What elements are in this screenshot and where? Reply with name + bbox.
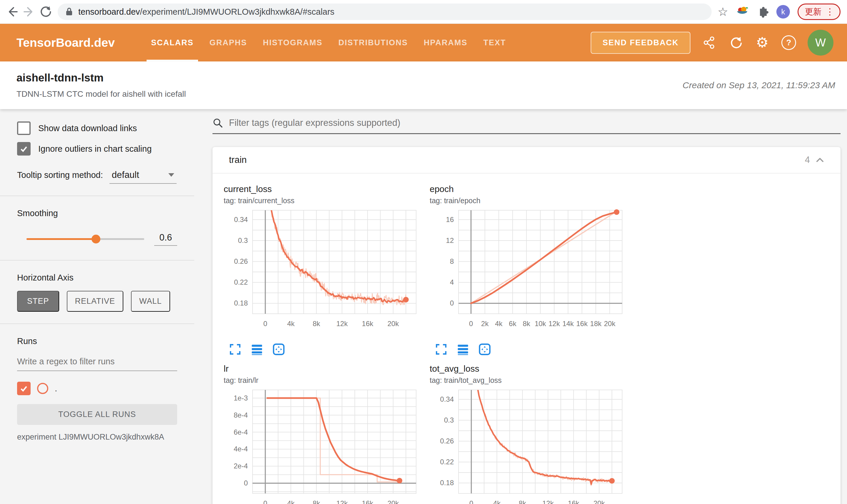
send-feedback-button[interactable]: SEND FEEDBACK	[591, 32, 690, 54]
browser-toolbar: tensorboard.dev/experiment/LJI9MWUORLOw3…	[0, 0, 847, 24]
chrome-update-button[interactable]: 更新 ⋮	[798, 3, 841, 20]
svg-text:12k: 12k	[549, 320, 560, 328]
svg-text:4k: 4k	[495, 320, 503, 328]
experiment-id-line: experiment LJI9MWUORLOw3jkdhxwk8A	[17, 433, 177, 442]
nav-tabs: SCALARS GRAPHS HISTOGRAMS DISTRIBUTIONS …	[143, 24, 514, 61]
show-download-links-checkbox[interactable]	[17, 122, 31, 135]
svg-text:14k: 14k	[563, 320, 574, 328]
filter-tags-input[interactable]	[228, 117, 841, 128]
scalar-chart-epoch: epoch tag: train/epoch 048121602k4k6k8k1…	[430, 184, 636, 356]
svg-text:0.34: 0.34	[234, 216, 248, 223]
scalar-chart-current-loss: current_loss tag: train/current_loss 0.1…	[224, 184, 430, 356]
smoothing-slider-handle[interactable]	[91, 235, 100, 244]
ignore-outliers-checkbox[interactable]	[17, 142, 31, 156]
svg-text:16k: 16k	[576, 320, 588, 328]
svg-text:8e-4: 8e-4	[234, 411, 248, 419]
tab-graphs[interactable]: GRAPHS	[202, 24, 255, 61]
ignore-outliers-row[interactable]: Ignore outliers in chart scaling	[17, 142, 177, 156]
tooltip-sorting-label: Tooltip sorting method:	[17, 170, 103, 180]
horizontal-axis-modes: STEP RELATIVE WALL	[17, 291, 177, 312]
chart-title: current_loss	[224, 184, 430, 194]
expand-chart-icon[interactable]	[434, 343, 448, 356]
svg-text:20k: 20k	[387, 499, 399, 504]
tab-text[interactable]: TEXT	[475, 24, 514, 61]
run-color-swatch	[37, 383, 48, 394]
tab-scalars[interactable]: SCALARS	[143, 24, 202, 61]
axis-mode-wall[interactable]: WALL	[131, 291, 170, 312]
svg-text:0.22: 0.22	[234, 278, 248, 286]
chevron-up-icon[interactable]	[816, 157, 824, 163]
bookmark-star-icon[interactable]: ☆	[718, 6, 728, 18]
tab-hparams[interactable]: HPARAMS	[416, 24, 476, 61]
chart-count: 4	[805, 155, 810, 165]
svg-text:8k: 8k	[523, 320, 530, 328]
help-icon[interactable]: ?	[781, 35, 796, 50]
smoothing-label: Smoothing	[17, 209, 177, 218]
svg-text:1e-3: 1e-3	[234, 394, 248, 402]
app-logo[interactable]: TensorBoard.dev	[0, 24, 115, 61]
toggle-all-runs-button[interactable]: TOGGLE ALL RUNS	[17, 404, 177, 425]
main-panel: train 4 current_loss tag: train/current_…	[194, 109, 847, 504]
account-avatar[interactable]: W	[808, 30, 833, 56]
tab-histograms[interactable]: HISTOGRAMS	[255, 24, 330, 61]
filter-tags-row	[212, 117, 841, 134]
svg-text:8k: 8k	[313, 320, 321, 328]
svg-text:4k: 4k	[287, 320, 295, 328]
axis-mode-step[interactable]: STEP	[17, 291, 59, 312]
url-text: tensorboard.dev/experiment/LJI9MWUORLOw3…	[78, 7, 334, 17]
axis-mode-relative[interactable]: RELATIVE	[67, 291, 124, 312]
reload-icon[interactable]	[37, 3, 54, 20]
show-download-links-row[interactable]: Show data download links	[17, 122, 177, 135]
address-bar[interactable]: tensorboard.dev/experiment/LJI9MWUORLOw3…	[58, 3, 712, 20]
horizontal-axis-label: Horizontal Axis	[17, 273, 177, 283]
fruit-extension-icon[interactable]	[736, 5, 749, 18]
refresh-icon[interactable]	[728, 35, 743, 50]
url-path: /experiment/LJI9MWUORLOw3jkdhxwk8A/#scal…	[140, 7, 335, 16]
svg-text:8: 8	[450, 257, 454, 265]
expand-chart-icon[interactable]	[228, 343, 242, 356]
tab-distributions[interactable]: DISTRIBUTIONS	[330, 24, 416, 61]
screen: tensorboard.dev/experiment/LJI9MWUORLOw3…	[0, 0, 847, 504]
svg-text:2e-4: 2e-4	[234, 462, 248, 470]
show-download-links-label: Show data download links	[38, 124, 137, 133]
log-scale-icon[interactable]	[456, 343, 470, 356]
smoothing-value-field[interactable]: 0.6	[154, 232, 177, 246]
svg-text:10k: 10k	[535, 320, 547, 328]
train-card-header[interactable]: train 4	[212, 147, 841, 174]
extensions-puzzle-icon[interactable]	[756, 5, 769, 18]
back-icon[interactable]	[4, 3, 21, 20]
update-label: 更新	[805, 6, 822, 17]
settings-gear-icon[interactable]: ⚙	[755, 35, 770, 50]
chart-tag: tag: train/current_loss	[224, 196, 430, 205]
tooltip-sorting-select[interactable]: default	[109, 170, 177, 184]
browser-menu-icon[interactable]: ⋮	[826, 7, 834, 16]
svg-text:0: 0	[244, 479, 248, 487]
chart-plot[interactable]: 0.180.220.260.30.3404k8k12k16k20k	[224, 207, 430, 340]
log-scale-icon[interactable]	[250, 343, 264, 356]
chart-plot[interactable]: 0.180.220.260.30.3404k8k12k16k20k	[430, 387, 636, 504]
svg-text:6e-4: 6e-4	[234, 428, 248, 436]
chart-plot[interactable]: 02e-44e-46e-48e-41e-304k8k12k16k20k	[224, 387, 430, 504]
chevron-down-icon	[168, 173, 174, 177]
run-row[interactable]: .	[17, 382, 177, 395]
chart-tag: tag: train/epoch	[430, 196, 636, 205]
smoothing-slider[interactable]	[27, 238, 144, 240]
run-checkbox[interactable]	[17, 382, 31, 395]
forward-icon[interactable]	[21, 3, 37, 20]
svg-text:12k: 12k	[542, 499, 554, 504]
svg-text:20k: 20k	[604, 320, 616, 328]
svg-text:6k: 6k	[509, 320, 517, 328]
share-icon[interactable]	[702, 35, 717, 50]
svg-text:12: 12	[446, 236, 454, 244]
svg-text:4: 4	[450, 278, 454, 286]
fit-domain-icon[interactable]	[478, 343, 491, 356]
svg-text:0: 0	[263, 320, 267, 328]
svg-text:0.22: 0.22	[440, 458, 454, 466]
chart-plot[interactable]: 048121602k4k6k8k10k12k14k16k18k20k	[430, 207, 636, 340]
lock-icon	[65, 7, 73, 17]
svg-text:18k: 18k	[590, 320, 602, 328]
fit-domain-icon[interactable]	[272, 343, 286, 356]
browser-profile-avatar[interactable]: k	[776, 5, 790, 19]
runs-regex-input[interactable]	[17, 355, 177, 371]
svg-text:2k: 2k	[481, 320, 489, 328]
